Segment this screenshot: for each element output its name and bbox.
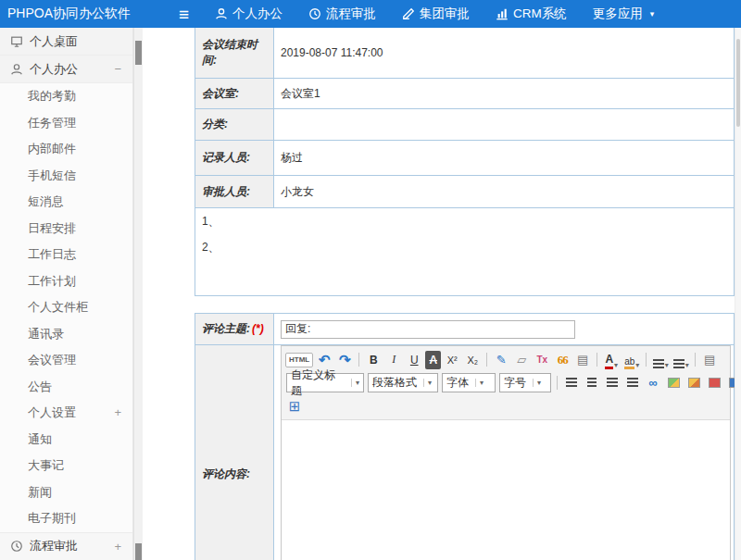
strikethrough-button[interactable]: A (425, 351, 441, 369)
sidebar-item-tasks[interactable]: 任务管理 (0, 110, 132, 137)
insert-table-button[interactable]: ⊞ (285, 397, 304, 416)
comment-subject-input[interactable] (281, 320, 575, 339)
insert-file-button[interactable] (725, 374, 735, 392)
expand-icon[interactable]: + (114, 400, 121, 427)
sidebar-item-sms[interactable]: 手机短信 (0, 163, 132, 190)
ordered-list-button[interactable]: ▾ (651, 351, 670, 369)
clock-icon (10, 540, 23, 553)
nav-label: 个人办公 (232, 6, 283, 22)
nav-crm-system[interactable]: CRM系统 (496, 6, 567, 22)
edit-icon (402, 7, 415, 20)
sidebar-item-label: 手机短信 (28, 168, 76, 182)
sidebar-item-work-log[interactable]: 工作日志 (0, 242, 132, 268)
nav-label: CRM系统 (513, 6, 567, 22)
expand-icon[interactable]: + (114, 540, 121, 554)
page-break-button[interactable]: ▤ (700, 351, 719, 369)
sidebar-item-contacts[interactable]: 通讯录 (0, 321, 132, 348)
field-label: 审批人员: (195, 176, 274, 208)
sidebar-scrollbar[interactable] (133, 28, 143, 560)
sidebar-item-desktop[interactable]: 个人桌面 (0, 28, 132, 56)
sidebar-item-label: 我的考勤 (28, 89, 76, 103)
redo-button[interactable]: ↷ (335, 351, 354, 369)
align-center-button[interactable] (583, 374, 601, 392)
sidebar-item-attendance[interactable]: 我的考勤 (0, 83, 132, 110)
scrollbar-thumb[interactable] (135, 41, 142, 65)
sidebar-item-label: 大事记 (28, 458, 64, 472)
clear-format-button[interactable]: Tx (533, 351, 551, 369)
media-icon (709, 378, 721, 388)
format-painter-button[interactable]: ✎ (492, 351, 510, 369)
align-right-button[interactable] (603, 374, 622, 392)
underline-button[interactable]: U (405, 351, 423, 369)
html-source-button[interactable]: HTML (285, 353, 313, 367)
sidebar-item-workflow-approval[interactable]: 流程审批 + (0, 532, 132, 560)
note-line: 2、 (202, 234, 727, 260)
caret-down-icon: ▾ (635, 361, 639, 369)
insert-link-button[interactable]: ∞ (644, 374, 662, 392)
table-row: 审批人员: 小龙女 (195, 176, 735, 208)
main-content: 会议结束时间: 2019-08-07 11:47:00 会议室: 会议室1 分类… (144, 28, 735, 560)
unordered-list-icon (673, 359, 684, 369)
nav-personal-office[interactable]: 个人办公 (215, 6, 283, 22)
insert-image-button[interactable] (664, 374, 683, 392)
sidebar-item-work-plan[interactable]: 工作计划 (0, 268, 132, 295)
sidebar-item-schedule[interactable]: 日程安排 (0, 216, 132, 243)
sidebar-item-personal-settings[interactable]: 个人设置 + (0, 400, 132, 427)
sidebar-item-label: 公告 (28, 380, 52, 393)
align-justify-button[interactable] (623, 374, 642, 392)
page-scrollbar[interactable] (735, 28, 741, 560)
font-family-dropdown[interactable]: 字体 ▾ (442, 373, 496, 392)
comment-subject-label: 评论主题:(*) (195, 314, 274, 345)
paragraph-format-dropdown[interactable]: 段落格式 ▾ (368, 373, 438, 392)
editor-content-area[interactable] (282, 420, 730, 560)
collapse-icon[interactable]: − (114, 62, 121, 76)
undo-button[interactable]: ↶ (315, 351, 333, 369)
sidebar-item-announcements[interactable]: 公告 (0, 374, 132, 401)
sidebar-item-meeting-management[interactable]: 会议管理 (0, 347, 132, 374)
sidebar-item-label: 个人桌面 (30, 33, 78, 50)
insert-photo-button[interactable] (684, 374, 703, 392)
comment-content-label: 评论内容: (195, 345, 274, 560)
toolbar-separator (557, 376, 558, 390)
sidebar-item-personal-office[interactable]: 个人办公 − (0, 56, 132, 83)
subscript-button[interactable]: X₂ (463, 351, 482, 369)
scrollbar-thumb[interactable] (135, 543, 142, 560)
sidebar-item-major-events[interactable]: 大事记 (0, 453, 132, 479)
insert-media-button[interactable] (705, 374, 723, 392)
align-left-button[interactable] (562, 374, 581, 392)
eraser-button[interactable]: ▱ (512, 351, 531, 369)
font-color-button[interactable]: A ▾ (602, 351, 621, 369)
font-size-dropdown[interactable]: 字号 ▾ (499, 373, 551, 392)
blockquote-button[interactable]: 66 (553, 351, 571, 369)
nav-workflow-approval[interactable]: 流程审批 (308, 6, 376, 22)
scrollbar-thumb[interactable] (736, 39, 740, 127)
paste-plain-text-button[interactable]: ▤ (573, 351, 592, 369)
comment-subject-cell (274, 314, 735, 345)
superscript-button[interactable]: X² (443, 351, 461, 369)
sidebar-item-e-journal[interactable]: 电子期刊 (0, 505, 132, 532)
unordered-list-button[interactable]: ▾ (672, 351, 690, 369)
custom-heading-dropdown[interactable]: 自定义标题 ▾ (286, 373, 364, 392)
nav-group-approval[interactable]: 集团审批 (402, 6, 470, 22)
image-icon (668, 378, 680, 388)
align-justify-icon (627, 378, 638, 388)
monitor-icon (10, 35, 23, 48)
sidebar-item-file-cabinet[interactable]: 个人文件柜 (0, 294, 132, 321)
editor-toolbar: HTML ↶ ↷ B I U A X² X₂ ✎ ▱ (282, 346, 730, 420)
toolbar-separator (597, 353, 597, 367)
sidebar-item-internal-mail[interactable]: 内部邮件 (0, 136, 132, 163)
sidebar-item-label: 个人文件柜 (28, 300, 88, 314)
required-mark: (*) (252, 322, 264, 335)
bold-button[interactable]: B (364, 351, 383, 369)
sidebar-item-label: 工作计划 (28, 274, 76, 288)
highlight-color-button[interactable]: ab ▾ (622, 351, 641, 369)
nav-more-apps[interactable]: 更多应用 ▾ (593, 6, 655, 22)
field-value (274, 109, 735, 141)
sidebar-item-news[interactable]: 新闻 (0, 479, 132, 506)
field-label: 会议室: (195, 79, 274, 109)
italic-button[interactable]: I (384, 351, 403, 369)
field-label: 分类: (195, 109, 274, 141)
sidebar-item-short-message[interactable]: 短消息 (0, 189, 132, 216)
sidebar-item-notices[interactable]: 通知 (0, 427, 132, 454)
hamburger-menu-icon[interactable]: ≡ (179, 6, 189, 23)
